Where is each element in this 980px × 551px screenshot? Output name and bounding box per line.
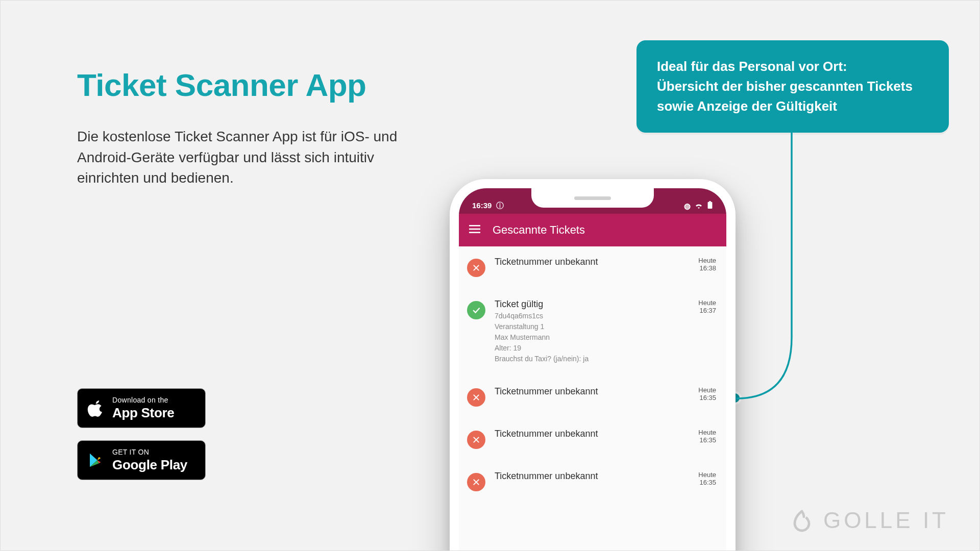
ticket-timestamp: Heute16:38	[698, 257, 716, 277]
battery-icon	[707, 201, 713, 211]
list-item[interactable]: Ticketnummer unbekanntHeute16:35	[459, 376, 726, 417]
google-play-badge[interactable]: GET IT ON Google Play	[77, 440, 206, 480]
appbar-title: Gescannte Tickets	[493, 223, 585, 237]
ticket-title: Ticket gültig	[495, 299, 689, 310]
list-item[interactable]: Ticketnummer unbekanntHeute16:35	[459, 418, 726, 460]
phone-mockup: 16:39 ⓘ ◍ Gescannte Tickets Ticketnum	[450, 179, 736, 551]
x-icon	[467, 431, 485, 449]
hamburger-icon[interactable]	[469, 223, 481, 237]
appbar: Gescannte Tickets	[459, 214, 726, 246]
app-store-big-text: App Store	[112, 405, 175, 421]
feature-callout: Ideal für das Personal vor Ort: Übersich…	[636, 40, 949, 133]
x-icon	[467, 473, 485, 491]
ticket-title: Ticketnummer unbekannt	[495, 386, 689, 397]
scanned-tickets-list[interactable]: Ticketnummer unbekanntHeute16:38Ticket g…	[459, 246, 726, 502]
ticket-timestamp: Heute16:35	[698, 386, 716, 407]
wifi-icon	[695, 202, 703, 210]
ticket-title: Ticketnummer unbekannt	[495, 429, 689, 439]
ticket-title: Ticketnummer unbekannt	[495, 257, 689, 267]
google-play-icon	[86, 450, 106, 470]
svg-rect-0	[708, 202, 713, 209]
ticket-details: 7du4qa6ms1csVeranstaltung 1Max Musterman…	[495, 311, 689, 364]
list-item[interactable]: Ticketnummer unbekanntHeute16:38	[459, 246, 726, 288]
ticket-timestamp: Heute16:37	[698, 299, 716, 364]
svg-rect-1	[709, 201, 711, 202]
x-icon	[467, 388, 485, 407]
svg-rect-2	[469, 225, 480, 227]
ticket-title: Ticketnummer unbekannt	[495, 471, 689, 482]
app-store-badge[interactable]: Download on the App Store	[77, 388, 206, 428]
app-store-small-text: Download on the	[112, 396, 175, 404]
ticket-timestamp: Heute16:35	[698, 429, 716, 449]
page-title: Ticket Scanner App	[77, 67, 404, 103]
check-icon	[467, 301, 485, 319]
svg-rect-4	[469, 232, 480, 233]
statusbar-time: 16:39 ⓘ	[472, 201, 504, 211]
page-description: Die kostenlose Ticket Scanner App ist fü…	[77, 127, 404, 189]
google-play-small-text: GET IT ON	[112, 448, 187, 456]
brand-logo: GOLLE IT	[790, 508, 949, 533]
brand-name: GOLLE IT	[823, 508, 949, 533]
list-item[interactable]: Ticketnummer unbekanntHeute16:35	[459, 461, 726, 502]
callout-connector-line	[736, 123, 838, 409]
callout-line-2: Übersicht der bisher gescannten Tickets …	[657, 77, 928, 116]
x-icon	[467, 259, 485, 277]
callout-line-1: Ideal für das Personal vor Ort:	[657, 57, 928, 77]
google-play-big-text: Google Play	[112, 457, 187, 473]
list-item[interactable]: Ticket gültig7du4qa6ms1csVeranstaltung 1…	[459, 289, 726, 375]
svg-rect-3	[469, 229, 480, 230]
apple-icon	[86, 398, 106, 418]
vibrate-icon: ◍	[684, 202, 691, 211]
ticket-timestamp: Heute16:35	[698, 471, 716, 491]
